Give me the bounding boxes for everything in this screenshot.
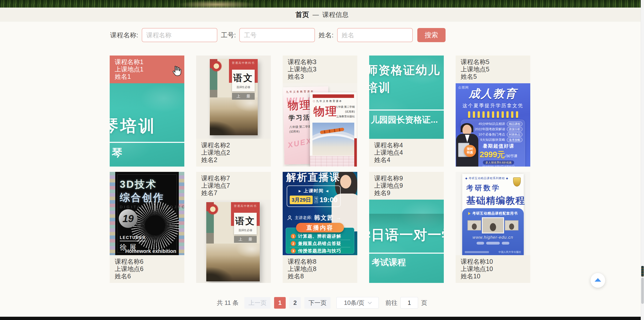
staff-id-input[interactable] (239, 28, 315, 42)
decor-capsules (462, 242, 524, 245)
roller-coaster-photo (312, 123, 354, 155)
breadcrumb-home-link[interactable]: 首页 (296, 10, 309, 19)
course-poster-adult-education: 众图网 成人教育 这个夏季提升学历拿文凭 45分钟知识点精讲 精品课程 2022… (456, 83, 530, 167)
poster-title-line1: 3D技术 (120, 177, 157, 191)
book-seal-icon (208, 204, 218, 214)
page-2-button[interactable]: 2 (289, 297, 301, 309)
poster-title: 解析直播课 (286, 172, 340, 184)
holographic-strip (110, 172, 115, 255)
course-person: 姓名3 (288, 73, 352, 80)
course-person: 姓名5 (461, 73, 525, 80)
prev-page-button[interactable]: 上一页 (244, 297, 271, 309)
arrow-up-icon (595, 278, 601, 282)
back-to-top-button[interactable] (591, 273, 605, 288)
book-title: 语文 (233, 72, 253, 84)
name-input[interactable] (337, 28, 413, 42)
course-info: 课程名称7 上课地点7 姓名7 (196, 172, 271, 200)
arrow-right-icon: ▶ (299, 189, 302, 193)
band-text: 考研互动精品课程配套用书 (472, 211, 518, 216)
course-person: 姓名7 (201, 189, 266, 197)
course-card-7[interactable]: 课程名称7 上课地点7 姓名7 普通高中教科书 语文 选择性必修 上 册 (196, 172, 271, 283)
poster-caption: 琴 (112, 146, 122, 160)
poster-divider (369, 110, 444, 111)
book-landscape-art (206, 244, 260, 281)
course-poster-teacher-cert: 师资格证幼儿 培训 儿园园长资格证... (369, 56, 444, 139)
page-size-value: 10条/页 (344, 299, 364, 307)
course-card-10[interactable]: ◆ 考研互动精品课程系列教程 ◆ 考研数学 基础精编教程 总编 高教网 主编 王… (456, 172, 530, 283)
feature-text: 45分钟知识点精讲 (479, 122, 505, 126)
brush-arrow-icon: → (336, 215, 341, 221)
panel-band: 考研互动精品课程配套用书 (462, 211, 524, 216)
price: 2999元 (480, 149, 505, 160)
course-card-1[interactable]: 课程名称1 上课地点1 姓名1 琴培训 琴 (110, 56, 184, 167)
poster-title-line2: 综合创作 (120, 191, 164, 204)
course-poster-japanese: 学日语一对一学 考试课程 (369, 200, 444, 283)
course-person: 姓名2 (201, 156, 266, 164)
class-date: 3月29日 (290, 196, 313, 204)
poster-title: 师资格证幼儿 培训 (369, 62, 440, 96)
scrollbar[interactable] (641, 0, 644, 320)
book-subtitle: 选择性必修 (237, 85, 250, 89)
panel-footer: 中国人民大学出版社 (465, 250, 521, 254)
scrollbar-thumb[interactable] (641, 278, 644, 304)
discount-note: 多人报名享8.8折优惠 (483, 161, 514, 165)
item-text: 传授答题思路与技巧 (298, 248, 341, 254)
physics-textbook-cover: 九年义务教育课本 物理 八年级 第二学期 (试用本) 上海教育出版社 (310, 92, 357, 167)
video-thumbnail (467, 220, 481, 230)
book-title: 语文 (235, 215, 255, 227)
course-card-6[interactable]: 3D技术 综合创作 DIGITAL ART PROJECT 19 LECTURE… (110, 172, 184, 283)
holographic-strip (179, 172, 184, 255)
price-unit: /30节课 (505, 154, 517, 158)
book-subtitle: 选择性必修 (239, 228, 252, 232)
blue-panel: 考研互动精品课程配套用书 www.higher-edu.cn (462, 208, 524, 255)
course-place: 上课地点4 (374, 149, 439, 156)
course-card-9[interactable]: 课程名称9 上课地点9 姓名9 学日语一对一学 考试课程 (369, 172, 444, 283)
course-poster-chinese-textbook: 普通高中教科书 语文 选择性必修 上 册 (196, 56, 271, 139)
goto-suffix: 页 (421, 299, 427, 307)
course-name: 课程名称9 (374, 175, 439, 182)
red-bar (313, 94, 354, 98)
video-thumbnail (483, 218, 503, 233)
page-1-button[interactable]: 1 (274, 297, 286, 309)
poster-divider (110, 142, 184, 143)
page-size-select[interactable]: 10条/页 (336, 297, 379, 309)
course-name-input[interactable] (142, 28, 217, 42)
course-poster-chinese-textbook: 普通高中教科书 语文 选择性必修 上 册 (196, 200, 271, 283)
course-place: 上课地点2 (201, 149, 266, 156)
course-poster-piano: 琴培训 琴 (110, 83, 184, 167)
item-number: 2 (291, 241, 296, 246)
course-card-8[interactable]: 解析直播课 ▶ 上课时间 ◀ 3月29日 每日 19:00 (283, 172, 357, 283)
teacher-name: 韩文茜 (314, 214, 334, 222)
scrollbar-minimap (641, 266, 644, 277)
course-card-3[interactable]: 课程名称3 上课地点3 姓名3 九年义务教育课本 WULI 物理 学习活动 八年… (283, 56, 357, 167)
feature-text: 9大知识板块策略 (480, 138, 505, 142)
goto-page-input[interactable] (400, 297, 418, 309)
course-name: 课程名称10 (461, 258, 525, 265)
next-page-button[interactable]: 下一页 (304, 297, 331, 309)
course-name: 课程名称7 (201, 175, 266, 182)
decor-line (465, 251, 489, 253)
book-title: 物理 (313, 104, 338, 119)
search-button[interactable]: 搜索 (417, 28, 446, 42)
course-info: 课程名称9 上课地点9 姓名9 (369, 172, 444, 200)
course-name: 课程名称8 (288, 258, 352, 265)
website-url: www.higher-edu.cn (462, 235, 524, 240)
course-card-5[interactable]: 课程名称5 上课地点5 姓名5 众图网 成人教育 这个夏季提升学历拿文凭 45分… (456, 56, 530, 167)
staff-id-label: 工号: (221, 31, 236, 40)
top-banner-grass-image (0, 0, 644, 8)
course-place: 上课地点8 (288, 265, 352, 273)
class-time-box: ▶ 上课时间 ◀ 3月29日 每日 19:00 (287, 185, 341, 207)
book-volume: 上 册 (234, 236, 257, 243)
content-item: 1 计算题、辨析题讲解 (286, 233, 354, 239)
content-item: 2 兼顾重点易错点答疑 (286, 241, 354, 247)
course-place: 上课地点10 (461, 265, 525, 273)
feature-text: 2022年国考政策解读 (475, 127, 505, 131)
course-place: 上课地点1 (115, 66, 179, 73)
course-info: 课程名称8 上课地点8 姓名8 (283, 255, 357, 283)
course-card-2[interactable]: 普通高中教科书 语文 选择性必修 上 册 课程名称2 上课地点2 姓名2 (196, 56, 271, 167)
poster-title: 琴培训 (110, 115, 157, 137)
book-cover: 普通高中教科书 语文 选择性必修 上 册 (206, 202, 260, 281)
course-card-4[interactable]: 师资格证幼儿 培训 儿园园长资格证... 课程名称4 上课地点4 姓名4 (369, 56, 444, 167)
course-info: 课程名称2 上课地点2 姓名2 (196, 139, 271, 167)
time-value-row: 3月29日 每日 19:00 (290, 196, 338, 204)
